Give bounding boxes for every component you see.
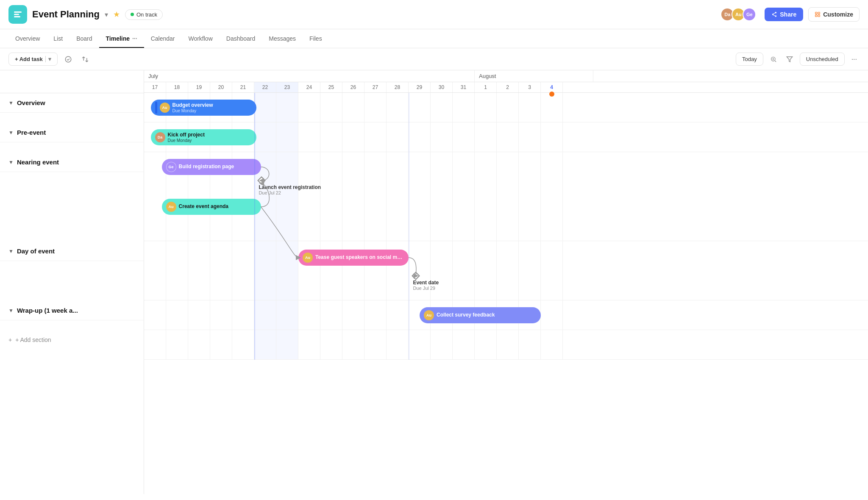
share-button[interactable]: Share (765, 8, 803, 21)
svg-rect-1 (14, 14, 19, 15)
day-cell-27: 27 (364, 82, 387, 92)
gantt-cell-row-wrapup-4 (541, 300, 563, 330)
gantt-cell-row-addsection-25 (320, 330, 342, 359)
day-cell-3: 3 (519, 82, 541, 92)
day-cell-19: 19 (188, 82, 210, 92)
gantt-cell-row-overview-28 (387, 93, 409, 122)
add-task-chevron-icon[interactable]: ▾ (45, 56, 51, 62)
sidebar-section-header-preevent[interactable]: ▼ Pre-event (0, 123, 144, 142)
gantt-cell-row-wrapup-26 (342, 300, 364, 330)
gantt-cell-row-addsection-27 (364, 330, 387, 359)
gantt-cell-row-dayofevent-19 (188, 241, 210, 300)
milestone-sub-event-date: Due Jul 29 (413, 286, 439, 291)
customize-button[interactable]: Customize (808, 7, 860, 22)
share-label: Share (780, 11, 796, 18)
gantt-cell-row-addsection-3 (519, 330, 541, 359)
gantt-cell-row-preevent-3 (519, 122, 541, 152)
check-icon[interactable] (62, 53, 75, 66)
chevron-down-icon[interactable]: ▾ (105, 11, 108, 19)
gantt-cell-row-addsection-29 (409, 330, 431, 359)
customize-label: Customize (823, 11, 853, 18)
sidebar-section-header-overview[interactable]: ▼ Overview (0, 93, 144, 113)
sidebar-section-header-wrapup[interactable]: ▼ Wrap-up (1 week a... (0, 301, 144, 320)
app-icon (8, 5, 27, 24)
gantt-cell-row-nearingevent-27 (364, 152, 387, 241)
month-august: August (475, 70, 593, 82)
gantt-cell-row-wrapup-20 (210, 300, 232, 330)
gantt-cell-row-preevent-28 (387, 122, 409, 152)
gantt-cell-row-nearingevent-23 (276, 152, 298, 241)
filter-icon[interactable] (784, 53, 796, 65)
day-cell-24: 24 (298, 82, 320, 92)
more-options-icon[interactable]: ··· (849, 53, 860, 66)
section-label-dayofevent: Day of event (17, 247, 55, 255)
unscheduled-button[interactable]: Unscheduled (800, 53, 845, 66)
day-cell-18: 18 (166, 82, 188, 92)
chevron-icon: ▼ (8, 100, 14, 106)
tab-messages[interactable]: Messages (262, 29, 303, 48)
gantt-cell-row-nearingevent-4 (541, 152, 563, 241)
avatars-group: Da Au Ge (721, 8, 756, 21)
tab-workflow[interactable]: Workflow (181, 29, 219, 48)
status-badge[interactable]: On track (125, 9, 163, 20)
gantt-cell-row-dayofevent-17 (144, 241, 166, 300)
day-cell-31: 31 (453, 82, 475, 92)
gantt-cell-row-overview-24 (298, 93, 320, 122)
month-row: July August (144, 70, 868, 82)
gantt-cell-row-nearingevent-28 (387, 152, 409, 241)
tab-timeline[interactable]: Timeline ··· (99, 29, 144, 48)
tab-board[interactable]: Board (70, 29, 99, 48)
gantt-cell-row-wrapup-27 (364, 300, 387, 330)
sidebar-section-header-nearingevent[interactable]: ▼ Nearing event (0, 153, 144, 172)
chevron-icon-wrapup: ▼ (8, 308, 14, 314)
plus-icon: + (8, 336, 12, 343)
day-cell-22: 22 (254, 82, 276, 92)
task-bar-kick-off[interactable]: DaKick off projectDue Monday (151, 129, 257, 145)
gantt-cell-row-overview-29 (409, 93, 431, 122)
sidebar-section-header-dayofevent[interactable]: ▼ Day of event (0, 242, 144, 261)
tab-list[interactable]: List (47, 29, 70, 48)
tab-files[interactable]: Files (303, 29, 329, 48)
svg-rect-5 (815, 15, 817, 17)
add-task-button[interactable]: + Add task ▾ (8, 53, 58, 66)
task-bar-create-agenda[interactable]: AuCreate event agenda (162, 199, 261, 215)
gantt-cell-row-wrapup-19 (188, 300, 210, 330)
gantt-cell-row-overview-31 (453, 93, 475, 122)
milestone-event-date[interactable]: Event dateDue Jul 29 (413, 273, 439, 291)
add-section-button[interactable]: + + Add section (0, 331, 144, 349)
task-bar-build-registration[interactable]: GeBuild registration page (162, 159, 261, 175)
milestone-launch-registration[interactable]: Launch event registrationDue Jul 22 (259, 178, 321, 195)
day-cell-17: 17 (144, 82, 166, 92)
svg-rect-2 (14, 16, 20, 17)
gantt-cell-row-overview-22 (254, 93, 276, 122)
milestone-label-event-date: Event date (413, 280, 439, 286)
task-bar-tease-speakers[interactable]: AuTease guest speakers on social media (298, 250, 409, 266)
gantt-cell-row-wrapup-28 (387, 300, 409, 330)
task-bar-budget-overview[interactable]: AuBudget overviewDue Monday (151, 100, 257, 116)
gantt-cell-row-nearingevent-3 (519, 152, 541, 241)
avatar-ge[interactable]: Ge (743, 8, 756, 21)
tab-calendar[interactable]: Calendar (144, 29, 182, 48)
gantt-cell-row-wrapup-25 (320, 300, 342, 330)
star-icon[interactable]: ★ (113, 10, 120, 19)
gantt-cell-row-preevent-22 (254, 122, 276, 152)
sidebar-section-dayofevent: ▼ Day of event (0, 242, 144, 301)
tab-dashboard[interactable]: Dashboard (220, 29, 262, 48)
gantt-cell-row-nearingevent-24 (298, 152, 320, 241)
gantt-cell-row-nearingevent-2 (497, 152, 519, 241)
zoom-icon[interactable] (768, 53, 779, 65)
milestone-sub-launch-registration: Due Jul 22 (259, 190, 321, 195)
task-avatar-kick-off: Da (155, 132, 165, 142)
today-indicator-dot (549, 92, 554, 97)
tab-overview[interactable]: Overview (8, 29, 47, 48)
sort-icon[interactable] (79, 53, 92, 66)
gantt-cell-row-overview-23 (276, 93, 298, 122)
task-label-create-agenda: Create event agenda (179, 203, 228, 210)
header: Event Planning ▾ ★ On track Da Au Ge Sha… (0, 0, 868, 29)
gantt-cell-row-dayofevent-21 (232, 241, 254, 300)
task-avatar-collect-survey: Au (424, 310, 434, 320)
today-button[interactable]: Today (736, 53, 763, 66)
task-bar-collect-survey[interactable]: AuCollect survey feedback (420, 307, 541, 323)
sidebar-section-preevent: ▼ Pre-event (0, 123, 144, 153)
gantt-cell-row-nearingevent-31 (453, 152, 475, 241)
